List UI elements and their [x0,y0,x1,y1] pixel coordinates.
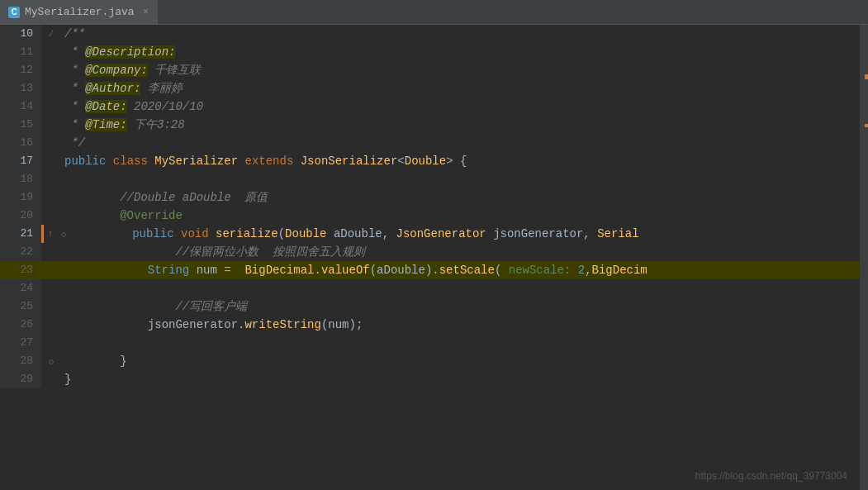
line-number: 22 [0,243,41,261]
line-number: 11 [0,43,41,61]
line-content: String num = BigDecimal.valueOf(aDouble)… [58,261,860,279]
line-number: 15 [0,116,41,134]
table-row: 22 //保留两位小数 按照四舍五入规则 [0,243,860,261]
left-indicator [41,188,45,207]
line-content: } [58,352,860,370]
table-row: 26 jsonGenerator.writeString(num); [0,316,860,334]
left-indicator [41,152,45,170]
right-scrollbar[interactable] [860,25,868,490]
line-number: 10 [0,25,41,43]
line-content: //Double aDouble 原值 [58,188,860,207]
line-content: * @Time: 下午3:28 [58,116,860,134]
line-number: 28 [0,352,41,370]
line-content: public void serialize(Double aDouble, Js… [70,225,860,243]
table-row: 15 * @Time: 下午3:28 [0,116,860,134]
scroll-marker [865,74,868,79]
tab-bar: C MySerializer.java × [0,0,868,25]
table-row: 28 ◇ } [0,352,860,370]
left-indicator [41,370,45,388]
debug-arrow-icon: ↑ [44,229,57,239]
table-row: 23 String num = BigDecimal.valueOf(aDoub… [0,261,860,279]
line-number: 16 [0,134,41,152]
watermark-text: https://blog.csdn.net/qq_39773004 [695,470,847,482]
table-row: 24 [0,279,860,297]
line-content: /** [58,25,860,43]
code-wrapper: 10 / /** 11 * @Description: 12 * @Compan… [0,25,860,490]
line-content: * @Company: 千锋互联 [58,61,860,79]
line-number: 17 [0,152,41,170]
lines-container: 10 / /** 11 * @Description: 12 * @Compan… [0,25,860,388]
table-row: 17 public class MySerializer extends Jso… [0,152,860,170]
left-indicator [41,261,45,279]
line-content: * @Date: 2020/10/10 [58,98,860,116]
left-indicator [41,134,45,152]
left-indicator [41,61,45,79]
line-content [58,170,860,188]
table-row: 29 } [0,370,860,388]
line-number: 24 [0,279,41,297]
left-indicator [41,116,45,134]
table-row: 21 ↑ ◇ public void serialize(Double aDou… [0,225,860,243]
line-number: 19 [0,188,41,207]
line-content: //保留两位小数 按照四舍五入规则 [58,243,860,261]
scroll-marker-2 [865,124,868,127]
line-content [58,279,860,297]
fold-button: ◇ [57,229,70,240]
fold-button[interactable]: / [45,29,58,39]
line-number: 27 [0,334,41,352]
table-row: 27 [0,334,860,352]
line-content: //写回客户端 [58,297,860,316]
line-number: 20 [0,207,41,225]
line-content: * @Description: [58,43,860,61]
table-row: 13 * @Author: 李丽婷 [0,79,860,98]
left-indicator [41,43,45,61]
table-row: 10 / /** [0,25,860,43]
line-number: 12 [0,61,41,79]
left-indicator [41,334,45,352]
line-content [58,334,860,352]
line-content: */ [58,134,860,152]
java-file-icon: C [8,7,20,18]
line-content: @Override [58,207,860,225]
left-indicator [41,279,45,297]
line-content: jsonGenerator.writeString(num); [58,316,860,334]
line-number: 29 [0,370,41,388]
file-tab[interactable]: C MySerializer.java × [0,0,158,24]
left-indicator [41,243,45,261]
left-indicator [41,297,45,316]
line-content: * @Author: 李丽婷 [58,79,860,98]
table-row: 19 //Double aDouble 原值 [0,188,860,207]
left-indicator [41,170,45,188]
table-row: 12 * @Company: 千锋互联 [0,61,860,79]
tab-close-button[interactable]: × [143,7,149,18]
left-indicator [41,79,45,98]
line-number: 14 [0,98,41,116]
line-content: public class MySerializer extends JsonSe… [58,152,860,170]
fold-button[interactable]: ◇ [45,356,58,367]
table-row: 25 //写回客户端 [0,297,860,316]
table-row: 14 * @Date: 2020/10/10 [0,98,860,116]
editor-area: 10 / /** 11 * @Description: 12 * @Compan… [0,25,868,490]
left-indicator [41,207,45,225]
line-number: 13 [0,79,41,98]
left-indicator [41,98,45,116]
table-row: 20 @Override [0,207,860,225]
line-number: 25 [0,297,41,316]
line-number: 26 [0,316,41,334]
line-content: } [58,370,860,388]
line-number: 21 [0,225,41,243]
left-indicator [41,316,45,334]
table-row: 16 */ [0,134,860,152]
tab-filename: MySerializer.java [25,6,135,18]
line-number: 23 [0,261,41,279]
line-number: 18 [0,170,41,188]
table-row: 11 * @Description: [0,43,860,61]
table-row: 18 [0,170,860,188]
